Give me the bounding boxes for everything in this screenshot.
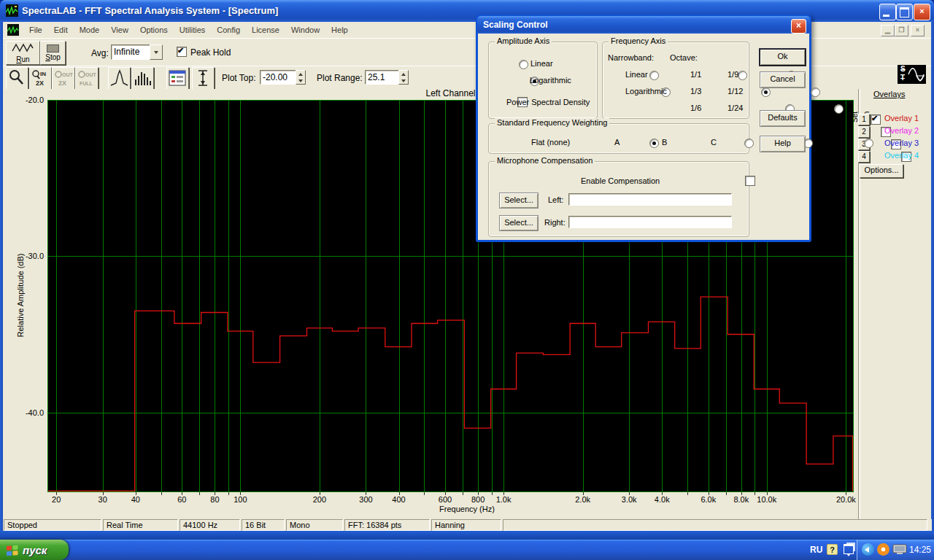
y-tick-label: -30.0 bbox=[13, 252, 44, 260]
window-title: SpectraLAB - FFT Spectral Analysis Syste… bbox=[22, 5, 278, 16]
defaults-button[interactable]: Defaults bbox=[760, 110, 806, 127]
taskbar: пуск e SpectraLAB - FFT Spe... C:\Docume… bbox=[0, 540, 934, 560]
window-border-right bbox=[931, 22, 934, 540]
select-right-button[interactable]: Select... bbox=[499, 215, 539, 231]
menu-item-window[interactable]: Window bbox=[285, 23, 325, 36]
ok-button[interactable]: Ok bbox=[760, 49, 806, 66]
octave-1-3-radio[interactable] bbox=[761, 88, 771, 97]
menu-item-edit[interactable]: Edit bbox=[48, 23, 74, 36]
display-options-button[interactable] bbox=[166, 67, 189, 90]
weighting-c-label: C bbox=[711, 138, 717, 147]
stop-button[interactable]: Stop bbox=[40, 41, 66, 65]
spectrum-curve-button[interactable] bbox=[108, 67, 131, 90]
document-icon bbox=[7, 24, 19, 36]
dialog-close-button[interactable]: × bbox=[791, 19, 806, 34]
display-icon[interactable] bbox=[892, 544, 908, 556]
menu-item-help[interactable]: Help bbox=[325, 23, 354, 36]
cancel-button-label: Cancel bbox=[770, 74, 795, 83]
overlay-on-checkbox-1[interactable] bbox=[871, 114, 881, 125]
options-button-label: Options... bbox=[864, 166, 898, 174]
bar-graph-icon bbox=[132, 68, 153, 88]
menu-item-view[interactable]: View bbox=[105, 23, 134, 36]
avg-dropdown-button[interactable] bbox=[150, 44, 163, 60]
octave-1-1-label: 1/1 bbox=[690, 70, 701, 79]
svg-text:2X: 2X bbox=[36, 79, 44, 87]
avg-combobox[interactable]: Infinite bbox=[111, 44, 150, 60]
svg-text:FULL: FULL bbox=[80, 81, 93, 86]
status-segment: Real Time bbox=[103, 519, 178, 531]
x-tick-label: 6.0k bbox=[692, 495, 725, 504]
right-label: Right: bbox=[544, 218, 566, 227]
plot-top-value: -20.00 bbox=[263, 72, 287, 82]
enable-compensation-checkbox[interactable] bbox=[745, 176, 755, 186]
zoom-out-full-button[interactable]: OUTFULL bbox=[75, 67, 99, 90]
svg-text:IN: IN bbox=[40, 71, 46, 77]
maximize-button[interactable] bbox=[896, 4, 913, 20]
menu-item-options[interactable]: Options bbox=[134, 23, 174, 36]
run-button[interactable]: Run bbox=[6, 41, 40, 65]
freq-logarithmic-label: Logarithmic bbox=[625, 87, 667, 96]
mdi-restore-button[interactable]: ❐ bbox=[895, 25, 908, 36]
weighting-c-radio[interactable] bbox=[864, 139, 873, 148]
plot-top-spinner[interactable] bbox=[296, 70, 306, 85]
help-icon[interactable]: ? bbox=[827, 544, 838, 555]
zoom-in-2x-button[interactable]: IN2X bbox=[29, 67, 52, 90]
status-segment: Stopped bbox=[4, 519, 101, 531]
start-button[interactable]: пуск bbox=[0, 540, 69, 560]
weighting-flat-radio[interactable] bbox=[649, 139, 659, 148]
overlays-options-button[interactable]: Options... bbox=[860, 164, 903, 178]
menu-item-config[interactable]: Config bbox=[211, 23, 246, 36]
narrowband-label: Narrowband: bbox=[608, 53, 654, 62]
menu-item-license[interactable]: License bbox=[246, 23, 285, 36]
close-icon: × bbox=[919, 7, 924, 15]
orange-app-icon[interactable] bbox=[877, 543, 889, 556]
bar-graph-button[interactable] bbox=[131, 67, 154, 90]
weighting-a-radio[interactable] bbox=[744, 139, 754, 148]
chevron-down-icon[interactable] bbox=[846, 553, 851, 556]
skype-icon[interactable] bbox=[862, 543, 874, 556]
menu-item-utilities[interactable]: Utilities bbox=[174, 23, 211, 36]
menu-item-mode[interactable]: Mode bbox=[74, 23, 106, 36]
close-button[interactable]: × bbox=[914, 4, 930, 20]
octave-1-24-radio[interactable] bbox=[834, 104, 844, 114]
amplitude-logarithmic-label: Logarithmic bbox=[530, 76, 571, 85]
zoom-button[interactable] bbox=[6, 67, 28, 90]
plot-top-input[interactable]: -20.00 bbox=[260, 70, 296, 85]
dialog-titlebar[interactable]: Scaling Control bbox=[477, 16, 810, 34]
right-file-input[interactable] bbox=[568, 216, 732, 228]
overlay-set-button-2[interactable]: 2 bbox=[858, 126, 870, 138]
octave-1-12-radio[interactable] bbox=[811, 88, 820, 97]
clock: 14:25 bbox=[909, 545, 931, 555]
language-indicator[interactable]: RU bbox=[810, 545, 822, 555]
minimize-icon bbox=[883, 15, 889, 17]
plot-range-spinner[interactable] bbox=[398, 70, 409, 85]
status-segment: Hanning bbox=[431, 519, 501, 531]
avg-value: Infinite bbox=[114, 47, 139, 57]
plot-range-input[interactable]: 25.1 bbox=[365, 70, 400, 85]
menu-item-file[interactable]: File bbox=[23, 23, 48, 36]
overlay-label-2: Overlay 2 bbox=[884, 126, 919, 135]
status-segment: 16 Bit bbox=[242, 519, 285, 531]
cancel-button[interactable]: Cancel bbox=[760, 71, 806, 88]
mdi-close-button[interactable]: × bbox=[911, 25, 925, 36]
peak-hold-checkbox[interactable] bbox=[177, 47, 187, 57]
overlay-set-button-1[interactable]: 1 bbox=[858, 114, 870, 125]
x-tick-label: 100 bbox=[224, 495, 256, 504]
zoom-icon bbox=[7, 68, 27, 88]
amplitude-linear-radio[interactable] bbox=[519, 60, 528, 69]
restore-window-icon[interactable] bbox=[844, 544, 854, 554]
generator-s: S bbox=[900, 65, 906, 73]
select-left-button[interactable]: Select... bbox=[499, 192, 539, 209]
overlays-header: Overlays bbox=[873, 90, 905, 98]
weighting-b-label: B bbox=[662, 138, 667, 147]
help-button[interactable]: Help bbox=[760, 136, 806, 152]
ok-button-label: Ok bbox=[777, 52, 787, 61]
minimize-button[interactable] bbox=[879, 4, 896, 20]
overlay-label-3: Overlay 3 bbox=[884, 139, 919, 147]
mdi-minimize-button[interactable]: ▁ bbox=[881, 25, 895, 36]
overlay-set-button-4[interactable]: 4 bbox=[858, 151, 870, 163]
zoom-out-2x-button[interactable]: OUT2X bbox=[52, 67, 75, 90]
signal-generator-icon[interactable]: S T bbox=[898, 65, 926, 84]
left-file-input[interactable] bbox=[568, 193, 732, 206]
vertical-scale-button[interactable] bbox=[192, 67, 215, 90]
